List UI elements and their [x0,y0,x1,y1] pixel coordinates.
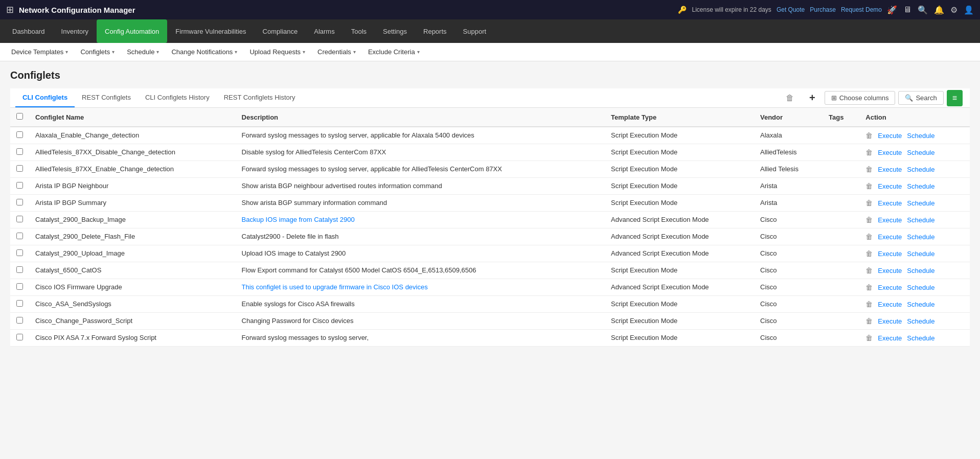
row-delete-icon-1[interactable]: 🗑 [865,148,873,156]
sub-nav-exclude_criteria[interactable]: Exclude Criteria▾ [363,43,425,61]
green-action-button[interactable]: ≡ [947,90,963,106]
row-delete-icon-7[interactable]: 🗑 [865,249,873,258]
row-checkbox-7[interactable] [16,249,23,256]
row-checkbox-12[interactable] [16,334,23,340]
schedule-link-10[interactable]: Schedule [907,301,935,308]
request-demo-link[interactable]: Request Demo [841,6,882,13]
row-vendor-9: Cisco [754,279,823,296]
monitor-icon[interactable]: 🖥 [903,5,911,14]
schedule-link-9[interactable]: Schedule [907,284,935,291]
row-vendor-5: Cisco [754,212,823,228]
schedule-link-3[interactable]: Schedule [907,182,935,190]
search-icon[interactable]: 🔍 [918,5,928,15]
row-action-2: 🗑 Execute Schedule [859,161,970,178]
search-button[interactable]: 🔍 Search [898,91,943,105]
sub-nav-configlets[interactable]: Configlets▾ [75,43,120,61]
nav-item-alarms[interactable]: Alarms [306,19,343,43]
execute-link-2[interactable]: Execute [878,166,902,173]
schedule-link-12[interactable]: Schedule [907,334,935,342]
row-checkbox-6[interactable] [16,233,23,239]
row-checkbox-11[interactable] [16,317,23,324]
row-checkbox-9[interactable] [16,283,23,290]
user-icon[interactable]: 👤 [964,5,974,15]
delete-button[interactable]: 🗑 [780,91,800,105]
schedule-link-11[interactable]: Schedule [907,317,935,325]
execute-link-10[interactable]: Execute [878,301,902,308]
schedule-link-4[interactable]: Schedule [907,199,935,207]
row-delete-icon-11[interactable]: 🗑 [865,317,873,325]
schedule-link-8[interactable]: Schedule [907,267,935,274]
sub-nav-credentials[interactable]: Credentials▾ [312,43,361,61]
row-checkbox-3[interactable] [16,182,23,189]
row-checkbox-0[interactable] [16,131,23,138]
schedule-link-7[interactable]: Schedule [907,250,935,258]
nav-item-compliance[interactable]: Compliance [255,19,306,43]
schedule-link-6[interactable]: Schedule [907,233,935,241]
nav-item-support[interactable]: Support [455,19,495,43]
execute-link-12[interactable]: Execute [878,334,902,342]
row-delete-icon-10[interactable]: 🗑 [865,300,873,308]
rocket-icon[interactable]: 🚀 [887,5,897,15]
row-delete-icon-2[interactable]: 🗑 [865,165,873,173]
row-checkbox-10[interactable] [16,300,23,307]
row-checkbox-cell [10,144,29,161]
nav-item-settings[interactable]: Settings [375,19,415,43]
nav-item-tools[interactable]: Tools [343,19,375,43]
row-checkbox-5[interactable] [16,216,23,222]
schedule-link-1[interactable]: Schedule [907,149,935,156]
execute-link-4[interactable]: Execute [878,199,902,207]
execute-link-6[interactable]: Execute [878,233,902,241]
sub-nav-upload_requests[interactable]: Upload Requests▾ [244,43,310,61]
schedule-link-5[interactable]: Schedule [907,216,935,224]
table-row: Arista IP BGP Summary Show arista BGP su… [10,195,970,212]
execute-link-9[interactable]: Execute [878,284,902,291]
execute-link-3[interactable]: Execute [878,182,902,190]
execute-link-0[interactable]: Execute [878,132,902,140]
row-checkbox-2[interactable] [16,165,23,172]
row-delete-icon-8[interactable]: 🗑 [865,266,873,274]
row-delete-icon-6[interactable]: 🗑 [865,233,873,241]
col-tags: Tags [823,108,859,127]
nav-item-firmware[interactable]: Firmware Vulnerabilities [167,19,254,43]
nav-item-config_automation[interactable]: Config Automation [97,19,167,43]
row-desc-4: Show arista BGP summary information comm… [236,195,605,212]
nav-item-reports[interactable]: Reports [415,19,455,43]
tab-rest_configlets[interactable]: REST Configlets [75,88,138,107]
select-all-checkbox[interactable] [16,113,23,120]
schedule-link-2[interactable]: Schedule [907,166,935,173]
app-grid-icon[interactable]: ⊞ [6,4,14,15]
bell-icon[interactable]: 🔔 [934,5,944,15]
sub-nav-device_templates[interactable]: Device Templates▾ [6,43,73,61]
tab-rest_history[interactable]: REST Configlets History [217,88,303,107]
add-button[interactable]: + [803,89,822,106]
row-delete-icon-0[interactable]: 🗑 [865,131,873,140]
nav-item-dashboard[interactable]: Dashboard [4,19,53,43]
row-checkbox-1[interactable] [16,148,23,155]
purchase-link[interactable]: Purchase [810,6,836,13]
get-quote-link[interactable]: Get Quote [777,6,805,13]
row-delete-icon-5[interactable]: 🗑 [865,216,873,224]
row-delete-icon-4[interactable]: 🗑 [865,199,873,207]
tab-cli_configlets[interactable]: CLI Configlets [15,88,75,107]
execute-link-8[interactable]: Execute [878,267,902,274]
choose-columns-button[interactable]: ⊞ Choose columns [825,91,896,105]
row-checkbox-cell [10,245,29,262]
top-bar: ⊞ Network Configuration Manager 🔑 Licens… [0,0,980,19]
gear-icon[interactable]: ⚙ [950,5,958,15]
execute-link-1[interactable]: Execute [878,149,902,156]
row-template-2: Script Execution Mode [605,161,754,178]
nav-item-inventory[interactable]: Inventory [53,19,97,43]
execute-link-7[interactable]: Execute [878,250,902,258]
sub-nav-change_notifications[interactable]: Change Notifications▾ [166,43,242,61]
row-checkbox-4[interactable] [16,199,23,205]
tab-cli_history[interactable]: CLI Configlets History [138,88,217,107]
configlets-table: Configlet Name Description Template Type… [10,108,970,347]
execute-link-5[interactable]: Execute [878,216,902,224]
schedule-link-0[interactable]: Schedule [907,132,935,140]
execute-link-11[interactable]: Execute [878,317,902,325]
row-delete-icon-3[interactable]: 🗑 [865,182,873,190]
sub-nav-schedule[interactable]: Schedule▾ [122,43,164,61]
row-delete-icon-12[interactable]: 🗑 [865,334,873,342]
row-checkbox-8[interactable] [16,266,23,273]
row-delete-icon-9[interactable]: 🗑 [865,283,873,291]
